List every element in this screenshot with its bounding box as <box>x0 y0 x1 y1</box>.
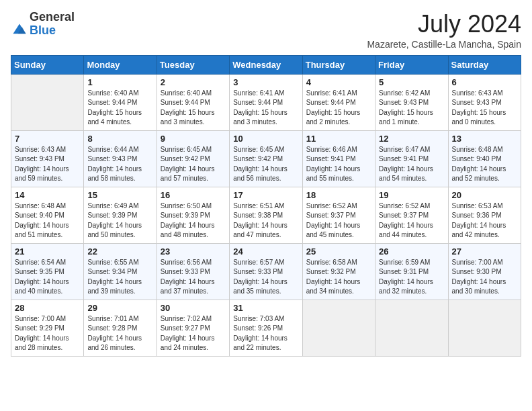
day-number: 20 <box>452 190 517 200</box>
calendar-cell: 27Sunrise: 7:00 AMSunset: 9:30 PMDayligh… <box>448 243 521 300</box>
calendar-cell: 30Sunrise: 7:02 AMSunset: 9:27 PMDayligh… <box>157 300 229 356</box>
calendar-cell: 6Sunrise: 6:43 AMSunset: 9:43 PMDaylight… <box>448 74 521 130</box>
day-number: 17 <box>233 190 298 200</box>
day-number: 14 <box>15 190 80 200</box>
day-info: Sunrise: 6:40 AMSunset: 9:44 PMDaylight:… <box>161 89 226 128</box>
day-number: 21 <box>15 246 80 257</box>
title-block: July 2024 Mazarete, Castille-La Mancha, … <box>367 11 521 50</box>
calendar-week-row: 7Sunrise: 6:43 AMSunset: 9:43 PMDaylight… <box>11 130 521 187</box>
calendar-cell: 22Sunrise: 6:55 AMSunset: 9:34 PMDayligh… <box>84 243 157 300</box>
calendar-cell: 2Sunrise: 6:40 AMSunset: 9:44 PMDaylight… <box>157 74 229 130</box>
day-number: 24 <box>233 246 298 257</box>
calendar-cell: 24Sunrise: 6:57 AMSunset: 9:33 PMDayligh… <box>230 243 302 300</box>
day-number: 2 <box>161 77 226 87</box>
day-info: Sunrise: 7:00 AMSunset: 9:29 PMDaylight:… <box>15 314 80 353</box>
header-friday: Friday <box>375 55 448 74</box>
header-monday: Monday <box>84 55 157 74</box>
calendar-cell: 20Sunrise: 6:53 AMSunset: 9:36 PMDayligh… <box>448 187 521 243</box>
calendar-cell <box>11 74 84 130</box>
day-info: Sunrise: 6:48 AMSunset: 9:40 PMDaylight:… <box>452 145 517 184</box>
calendar-week-row: 14Sunrise: 6:48 AMSunset: 9:40 PMDayligh… <box>11 187 521 243</box>
calendar-cell: 15Sunrise: 6:49 AMSunset: 9:39 PMDayligh… <box>84 187 157 243</box>
day-info: Sunrise: 6:41 AMSunset: 9:44 PMDaylight:… <box>306 89 371 128</box>
logo: General Blue <box>11 11 75 38</box>
day-number: 10 <box>233 134 298 144</box>
calendar-cell: 28Sunrise: 7:00 AMSunset: 9:29 PMDayligh… <box>11 300 84 356</box>
calendar-cell: 14Sunrise: 6:48 AMSunset: 9:40 PMDayligh… <box>11 187 84 243</box>
header-tuesday: Tuesday <box>157 55 229 74</box>
day-info: Sunrise: 6:45 AMSunset: 9:42 PMDaylight:… <box>233 145 298 184</box>
day-number: 6 <box>452 77 517 87</box>
calendar-cell: 26Sunrise: 6:59 AMSunset: 9:31 PMDayligh… <box>375 243 448 300</box>
day-info: Sunrise: 6:58 AMSunset: 9:32 PMDaylight:… <box>306 258 371 297</box>
day-info: Sunrise: 6:44 AMSunset: 9:43 PMDaylight:… <box>87 145 152 184</box>
day-number: 8 <box>87 134 152 144</box>
day-info: Sunrise: 6:59 AMSunset: 9:31 PMDaylight:… <box>379 258 444 297</box>
day-info: Sunrise: 6:43 AMSunset: 9:43 PMDaylight:… <box>15 145 80 184</box>
day-number: 23 <box>161 246 226 257</box>
day-info: Sunrise: 6:41 AMSunset: 9:44 PMDaylight:… <box>233 89 298 128</box>
header-sunday: Sunday <box>11 55 84 74</box>
calendar-cell <box>302 300 375 356</box>
day-number: 26 <box>379 246 444 257</box>
day-info: Sunrise: 6:45 AMSunset: 9:42 PMDaylight:… <box>161 145 226 184</box>
day-info: Sunrise: 6:47 AMSunset: 9:41 PMDaylight:… <box>379 145 444 184</box>
day-info: Sunrise: 6:46 AMSunset: 9:41 PMDaylight:… <box>306 145 371 184</box>
calendar-cell: 7Sunrise: 6:43 AMSunset: 9:43 PMDaylight… <box>11 130 84 187</box>
day-info: Sunrise: 6:52 AMSunset: 9:37 PMDaylight:… <box>379 201 444 240</box>
day-info: Sunrise: 6:42 AMSunset: 9:43 PMDaylight:… <box>379 89 444 128</box>
calendar-cell: 19Sunrise: 6:52 AMSunset: 9:37 PMDayligh… <box>375 187 448 243</box>
day-number: 30 <box>161 303 226 313</box>
header-wednesday: Wednesday <box>230 55 302 74</box>
day-info: Sunrise: 6:51 AMSunset: 9:38 PMDaylight:… <box>233 201 298 240</box>
day-number: 7 <box>15 134 80 144</box>
day-number: 11 <box>306 134 371 144</box>
day-number: 31 <box>233 303 298 313</box>
day-info: Sunrise: 6:40 AMSunset: 9:44 PMDaylight:… <box>87 89 152 128</box>
day-number: 28 <box>15 303 80 313</box>
month-year-title: July 2024 <box>367 11 521 38</box>
day-number: 3 <box>233 77 298 87</box>
day-info: Sunrise: 6:53 AMSunset: 9:36 PMDaylight:… <box>452 201 517 240</box>
header-thursday: Thursday <box>302 55 375 74</box>
calendar-cell: 12Sunrise: 6:47 AMSunset: 9:41 PMDayligh… <box>375 130 448 187</box>
day-info: Sunrise: 6:48 AMSunset: 9:40 PMDaylight:… <box>15 201 80 240</box>
logo-general: General <box>30 11 75 24</box>
day-number: 15 <box>87 190 152 200</box>
calendar-cell: 31Sunrise: 7:03 AMSunset: 9:26 PMDayligh… <box>230 300 302 356</box>
logo-blue: Blue <box>30 24 75 38</box>
calendar-cell: 1Sunrise: 6:40 AMSunset: 9:44 PMDaylight… <box>84 74 157 130</box>
calendar-cell: 23Sunrise: 6:56 AMSunset: 9:33 PMDayligh… <box>157 243 229 300</box>
calendar-cell: 16Sunrise: 6:50 AMSunset: 9:39 PMDayligh… <box>157 187 229 243</box>
location-subtitle: Mazarete, Castille-La Mancha, Spain <box>367 39 521 50</box>
calendar-cell: 3Sunrise: 6:41 AMSunset: 9:44 PMDaylight… <box>230 74 302 130</box>
calendar-table: SundayMondayTuesdayWednesdayThursdayFrid… <box>11 55 521 357</box>
calendar-cell: 18Sunrise: 6:52 AMSunset: 9:37 PMDayligh… <box>302 187 375 243</box>
calendar-cell: 29Sunrise: 7:01 AMSunset: 9:28 PMDayligh… <box>84 300 157 356</box>
day-info: Sunrise: 7:02 AMSunset: 9:27 PMDaylight:… <box>161 314 226 353</box>
day-number: 18 <box>306 190 371 200</box>
day-info: Sunrise: 6:52 AMSunset: 9:37 PMDaylight:… <box>306 201 371 240</box>
day-info: Sunrise: 6:57 AMSunset: 9:33 PMDaylight:… <box>233 258 298 297</box>
calendar-header-row: SundayMondayTuesdayWednesdayThursdayFrid… <box>11 55 521 74</box>
calendar-cell: 21Sunrise: 6:54 AMSunset: 9:35 PMDayligh… <box>11 243 84 300</box>
calendar-cell: 11Sunrise: 6:46 AMSunset: 9:41 PMDayligh… <box>302 130 375 187</box>
day-info: Sunrise: 6:49 AMSunset: 9:39 PMDaylight:… <box>87 201 152 240</box>
day-number: 16 <box>161 190 226 200</box>
day-number: 4 <box>306 77 371 87</box>
calendar-cell: 13Sunrise: 6:48 AMSunset: 9:40 PMDayligh… <box>448 130 521 187</box>
day-number: 5 <box>379 77 444 87</box>
calendar-cell <box>375 300 448 356</box>
calendar-week-row: 28Sunrise: 7:00 AMSunset: 9:29 PMDayligh… <box>11 300 521 356</box>
page-header: General Blue July 2024 Mazarete, Castill… <box>11 11 521 50</box>
calendar-cell: 10Sunrise: 6:45 AMSunset: 9:42 PMDayligh… <box>230 130 302 187</box>
calendar-cell: 8Sunrise: 6:44 AMSunset: 9:43 PMDaylight… <box>84 130 157 187</box>
day-number: 13 <box>452 134 517 144</box>
day-number: 29 <box>87 303 152 313</box>
day-number: 12 <box>379 134 444 144</box>
logo-icon <box>12 23 27 38</box>
calendar-cell: 25Sunrise: 6:58 AMSunset: 9:32 PMDayligh… <box>302 243 375 300</box>
day-info: Sunrise: 6:50 AMSunset: 9:39 PMDaylight:… <box>161 201 226 240</box>
day-number: 25 <box>306 246 371 257</box>
calendar-cell <box>448 300 521 356</box>
